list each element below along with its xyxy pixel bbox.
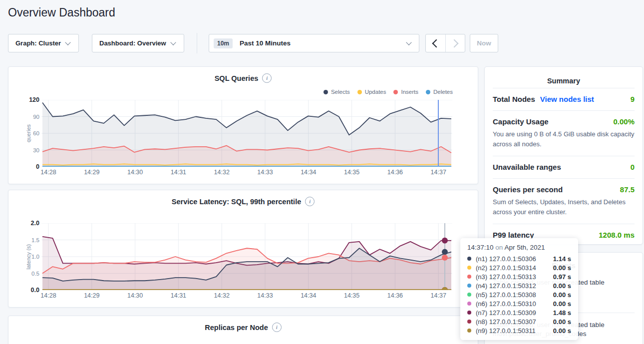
tooltip-node-label: (n7) 127.0.0.1:50309 [476,309,536,317]
summary-row-unavailable-ranges: Unavailable ranges 0 [493,156,635,178]
info-icon[interactable]: i [305,197,315,206]
tooltip-node-value: 0.00 s [553,282,571,290]
graph-dropdown[interactable]: Graph: Cluster [8,34,79,52]
series-dot-icon [467,302,471,306]
replicas-title-row: Replicas per Node i [8,316,478,332]
tooltip-node-label: (n5) 127.0.0.1:50308 [476,291,536,299]
unavailable-ranges-value: 0 [631,163,635,171]
tooltip-node-value: 1.48 s [553,309,571,317]
tooltip-node-label: (n3) 127.0.0.1:50313 [476,273,536,281]
series-dot-icon [467,257,471,261]
sql-queries-panel: SQL Queries i SelectsUpdatesInsertsDelet… [8,66,478,184]
qps-label: Queries per second [493,185,563,194]
unavailable-ranges-label: Unavailable ranges [493,163,561,171]
chevron-down-icon [170,39,176,45]
x-tick-label: 14:29 [77,169,107,176]
legend-item-updates[interactable]: Updates [357,89,386,95]
x-tick-label: 14:35 [337,292,367,299]
chart-legend: SelectsUpdatesInsertsDeletes [323,89,453,95]
tooltip-node-row: (n7) 127.0.0.1:503091.48 s [460,308,578,317]
summary-row-total-nodes: Total Nodes View nodes list 9 [493,88,635,110]
chevron-down-icon [65,39,70,45]
x-tick-label: 14:31 [163,169,193,176]
total-nodes-value: 9 [631,95,635,103]
series-dot-icon [467,266,471,270]
service-latency-chart[interactable] [41,223,452,290]
service-latency-title-row: Service Latency: SQL, 99th percentile i [8,190,478,206]
qps-value: 87.5 [620,185,635,194]
legend-label: Updates [365,89,386,95]
tooltip-node-label: (n6) 127.0.0.1:50310 [476,300,536,308]
tooltip-node-row: (n3) 127.0.0.1:503130.97 s [460,272,578,281]
x-tick-label: 14:29 [77,292,107,299]
series-dot-icon [467,275,471,279]
total-nodes-label: Total Nodes [493,95,535,103]
tooltip-node-label: (n2) 127.0.0.1:50314 [476,264,536,272]
sql-x-axis: 14:2814:2914:3014:3114:3214:3314:3414:35… [41,169,452,177]
x-tick-label: 14:30 [120,292,150,299]
capacity-usage-value: 0.00% [613,117,635,126]
capacity-usage-label: Capacity Usage [493,117,549,126]
chevron-left-icon [432,39,441,47]
y-tick-label: 120 [29,96,39,103]
y-tick-label: 30 [33,147,39,154]
tooltip-node-label: (n1) 127.0.0.1:50306 [476,255,536,263]
chart-tooltip: 14:37:10 on Apr 5th, 2021 (n1) 127.0.0.1… [460,238,578,340]
capacity-usage-subtext: You are using 0 B of 4.5 GiB usable disk… [493,129,635,149]
x-tick-label: 14:37 [423,169,453,176]
view-nodes-list-link[interactable]: View nodes list [540,95,594,103]
legend-item-inserts[interactable]: Inserts [393,89,418,95]
series-dot-icon [467,320,471,324]
sql-queries-chart[interactable] [41,100,452,167]
time-range-badge: 10m [214,38,233,48]
sql-y-axis: 0306090120 [16,100,39,167]
latency-y-axis: 0.00.51.01.52.0 [16,223,39,290]
tooltip-node-value: 0.00 s [553,300,571,308]
overview-dashboard-page: Overview Dashboard Graph: Cluster Dashbo… [0,0,644,344]
controls-divider [197,33,197,53]
time-prev-button[interactable] [426,34,445,52]
legend-dot-icon [393,90,398,94]
y-tick-label: 2.0 [31,220,39,227]
dashboard-dropdown[interactable]: Dashboard: Overview [92,34,184,52]
x-tick-label: 14:30 [120,169,150,176]
service-latency-panel: Service Latency: SQL, 99th percentile i … [8,190,478,308]
y-tick-label: 60 [33,130,39,137]
summary-row-capacity: Capacity Usage 0.00% You are using 0 B o… [493,110,635,156]
y-tick-label: 90 [33,113,39,120]
tooltip-node-label: (n4) 127.0.0.1:50312 [476,282,536,290]
tooltip-node-value: 0.00 s [553,291,571,299]
x-tick-label: 14:36 [380,292,410,299]
y-tick-label: 1.5 [31,237,39,244]
series-dot-icon [467,329,471,333]
tooltip-node-label: (n8) 127.0.0.1:50307 [476,318,536,326]
x-tick-label: 14:33 [250,292,280,299]
x-tick-label: 14:32 [207,292,237,299]
legend-item-selects[interactable]: Selects [323,89,350,95]
x-tick-label: 14:35 [337,169,367,176]
service-latency-title: Service Latency: SQL, 99th percentile [172,198,302,206]
tooltip-node-row: (n9) 127.0.0.1:503110.00 s [460,326,578,335]
info-icon[interactable]: i [272,323,282,332]
now-button[interactable]: Now [470,34,498,52]
time-next-button[interactable] [445,34,465,52]
tooltip-node-value: 0.00 s [553,264,571,272]
p99-latency-value: 1208.0 ms [599,231,635,239]
x-tick-label: 14:34 [294,169,323,176]
legend-label: Selects [331,89,350,95]
time-range-picker[interactable]: 10m Past 10 Minutes [209,34,419,52]
legend-label: Deletes [433,89,453,95]
info-icon[interactable]: i [262,73,272,83]
series-dot-icon [467,311,471,315]
tooltip-node-row: (n8) 127.0.0.1:503070.00 s [460,317,578,326]
tooltip-node-value: 0.00 s [553,327,571,335]
tooltip-node-value: 1.14 s [553,255,571,263]
legend-dot-icon [323,90,328,94]
time-range-label: Past 10 Minutes [240,39,291,47]
tooltip-rows: (n1) 127.0.0.1:503061.14 s(n2) 127.0.0.1… [460,254,578,335]
legend-label: Inserts [401,89,418,95]
legend-item-deletes[interactable]: Deletes [426,89,453,95]
page-title: Overview Dashboard [8,6,115,19]
replicas-per-node-panel: Replicas per Node i [8,316,478,344]
latency-x-axis: 14:2814:2914:3014:3114:3214:3314:3414:35… [41,292,452,300]
